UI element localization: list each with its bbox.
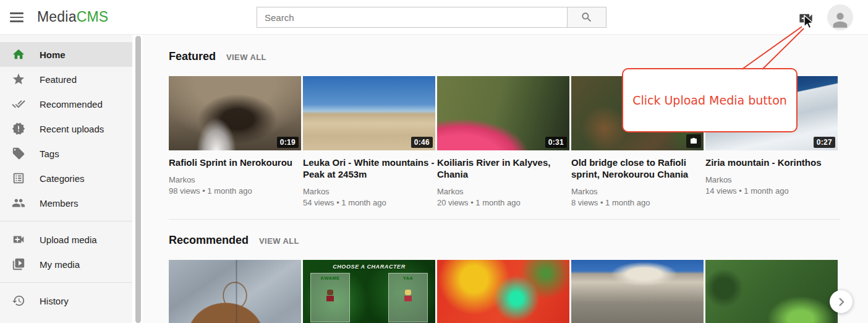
video-card[interactable]: CHOOSE A CHARACTER KWAME Selected YAA Se… bbox=[303, 260, 435, 323]
sidebar-item-featured[interactable]: Featured bbox=[0, 67, 132, 92]
sidebar-item-members[interactable]: Members bbox=[0, 191, 132, 215]
video-thumbnail[interactable] bbox=[571, 260, 704, 323]
video-duration-badge: 0:19 bbox=[277, 137, 299, 148]
sidebar-item-my-media[interactable]: My media bbox=[0, 252, 132, 277]
video-meta: 54 views • 1 month ago bbox=[303, 197, 435, 209]
categories-icon bbox=[12, 171, 25, 185]
sidebar-item-label: Upload media bbox=[40, 235, 97, 245]
video-title[interactable]: Leuka Ori - White mountains - Peak at 24… bbox=[303, 157, 435, 180]
video-card[interactable]: 0:46Leuka Ori - White mountains - Peak a… bbox=[303, 76, 435, 209]
home-icon bbox=[12, 48, 25, 61]
user-avatar[interactable] bbox=[827, 4, 853, 30]
video-call-icon bbox=[11, 232, 26, 247]
video-card[interactable]: 0:31Koiliaris River in Kalyves, Chania M… bbox=[437, 76, 569, 209]
done-all-icon bbox=[12, 97, 25, 111]
featured-section-title: Featured bbox=[169, 50, 216, 63]
sidebar-item-history[interactable]: History bbox=[0, 288, 132, 313]
video-thumbnail[interactable]: 0:31 bbox=[437, 76, 569, 150]
sidebar-item-recommended[interactable]: Recommended bbox=[0, 92, 132, 116]
sidebar-item-tags[interactable]: Tags bbox=[0, 141, 132, 166]
upload-media-icon bbox=[798, 10, 814, 27]
video-card[interactable]: 0:19Rafioli Sprint in Nerokourou Markos … bbox=[169, 76, 301, 209]
logo-prefix: Media bbox=[37, 9, 77, 25]
video-duration-badge: 0:46 bbox=[411, 137, 433, 148]
video-thumbnail[interactable] bbox=[437, 260, 569, 323]
featured-view-all-link[interactable]: VIEW ALL bbox=[226, 53, 266, 62]
sidebar-item-label: Categories bbox=[40, 173, 85, 184]
video-duration-badge: 0:27 bbox=[814, 137, 835, 148]
video-card[interactable] bbox=[705, 260, 838, 323]
video-meta: 20 views • 1 month ago bbox=[437, 197, 569, 209]
sidebar-scrollbar-track bbox=[132, 35, 143, 323]
game-character-name: YAA bbox=[389, 275, 427, 281]
carousel-next-button[interactable] bbox=[830, 290, 853, 313]
game-character-panel: KWAME Selected bbox=[310, 273, 350, 322]
sidebar-item-label: Recent uploads bbox=[40, 124, 104, 134]
top-header: MediaCMS bbox=[0, 0, 868, 35]
recommended-section-title: Recommended bbox=[169, 234, 249, 247]
game-character-panel: YAA Select bbox=[388, 273, 428, 322]
app-logo[interactable]: MediaCMS bbox=[37, 9, 108, 25]
home-icon bbox=[11, 47, 26, 62]
sidebar-item-label: Recommended bbox=[40, 99, 103, 110]
annotation-callout: Click Upload Media button bbox=[622, 68, 798, 132]
game-thumb-title: CHOOSE A CHARACTER bbox=[303, 264, 435, 270]
video-author[interactable]: Markos bbox=[705, 174, 838, 186]
sidebar-item-label: Members bbox=[40, 198, 79, 209]
sidebar-item-label: Featured bbox=[40, 74, 77, 85]
sidebar-scrollbar[interactable] bbox=[135, 36, 141, 323]
video-title[interactable]: Ziria mountain - Korinthos bbox=[705, 157, 838, 168]
sidebar-item-recent-uploads[interactable]: Recent uploads bbox=[0, 116, 132, 141]
done-all-icon bbox=[11, 97, 26, 111]
sidebar-item-categories[interactable]: Categories bbox=[0, 166, 132, 191]
tag-icon bbox=[11, 146, 26, 161]
star-icon bbox=[11, 72, 26, 87]
hamburger-menu-icon[interactable] bbox=[9, 11, 25, 24]
members-icon bbox=[11, 196, 26, 210]
video-meta: 8 views • 1 month ago bbox=[571, 197, 704, 209]
video-thumbnail[interactable]: CHOOSE A CHARACTER KWAME Selected YAA Se… bbox=[303, 260, 435, 323]
game-character-sprite bbox=[404, 290, 412, 303]
recommended-view-all-link[interactable]: VIEW ALL bbox=[259, 236, 299, 246]
video-library-icon bbox=[12, 257, 25, 271]
upload-media-button[interactable] bbox=[796, 9, 815, 27]
video-author[interactable]: Markos bbox=[437, 186, 569, 197]
new-releases-icon bbox=[11, 121, 26, 136]
sidebar-item-label: My media bbox=[40, 259, 80, 270]
search-input[interactable] bbox=[257, 7, 568, 28]
section-divider bbox=[169, 219, 840, 220]
logo-suffix: CMS bbox=[77, 9, 109, 25]
video-thumbnail[interactable]: 0:46 bbox=[303, 76, 435, 150]
video-library-icon bbox=[11, 257, 26, 272]
star-icon bbox=[12, 72, 25, 86]
video-call-icon bbox=[12, 233, 25, 246]
annotation-callout-text: Click Upload Media button bbox=[632, 93, 787, 107]
camera-icon bbox=[689, 137, 698, 145]
video-author[interactable]: Markos bbox=[169, 174, 301, 186]
members-icon bbox=[12, 196, 25, 210]
video-title[interactable]: Koiliaris River in Kalyves, Chania bbox=[437, 157, 569, 180]
sidebar-item-home[interactable]: Home bbox=[0, 42, 132, 67]
categories-icon bbox=[11, 171, 26, 186]
video-card[interactable] bbox=[571, 260, 704, 323]
video-card[interactable] bbox=[437, 260, 569, 323]
video-thumbnail[interactable] bbox=[705, 260, 838, 323]
sidebar-item-label: History bbox=[40, 296, 69, 306]
video-title[interactable]: Rafioli Sprint in Nerokourou bbox=[169, 157, 301, 168]
video-title[interactable]: Old bridge close to Rafioli sprint, Nero… bbox=[571, 157, 704, 180]
chevron-right-icon bbox=[836, 297, 846, 307]
history-icon bbox=[11, 293, 26, 308]
new-releases-icon bbox=[12, 122, 25, 136]
video-card[interactable] bbox=[169, 260, 301, 323]
video-thumbnail[interactable] bbox=[169, 260, 301, 323]
photo-media-badge bbox=[686, 134, 701, 148]
video-thumbnail[interactable]: 0:19 bbox=[169, 76, 301, 150]
video-meta: 98 views • 1 month ago bbox=[169, 186, 301, 197]
video-author[interactable]: Markos bbox=[571, 186, 704, 197]
search-button[interactable] bbox=[568, 7, 606, 28]
sidebar-item-upload-media[interactable]: Upload media bbox=[0, 227, 132, 252]
video-author[interactable]: Markos bbox=[303, 186, 435, 197]
video-meta: 14 views • 1 month ago bbox=[705, 186, 838, 197]
search-bar bbox=[257, 7, 606, 28]
featured-section-header: Featured VIEW ALL bbox=[169, 50, 868, 63]
